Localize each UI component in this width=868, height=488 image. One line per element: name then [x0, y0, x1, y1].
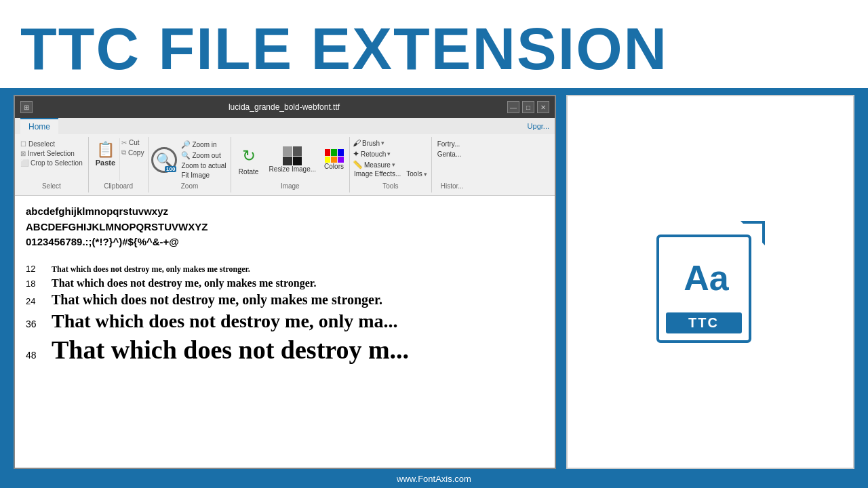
main-content: ⊞ lucida_grande_bold-webfont.ttf — □ ✕ H…	[0, 88, 868, 469]
invert-selection-button[interactable]: ⊠ Invert Selection	[19, 149, 84, 158]
zoom-actual-button[interactable]: Zoom to actual	[180, 161, 227, 170]
title-section: TTC FILE EXTENSION	[0, 12, 868, 88]
clipboard-label: Clipboard	[92, 181, 146, 191]
cut-button[interactable]: ✂ Cut	[120, 138, 145, 147]
file-corner-fold	[742, 224, 762, 244]
upgrade-text[interactable]: Upgr...	[528, 122, 549, 130]
retouch-button[interactable]: ✦ Retouch ▾	[353, 149, 429, 159]
file-extension-label: TTC	[666, 312, 742, 333]
crop-icon: ⬜	[20, 159, 28, 167]
zoom-buttons: 🔎 Zoom in 🔍 Zoom out Zoom to actual	[180, 140, 227, 180]
rotate-button[interactable]: ↻ Rotate	[234, 142, 264, 177]
ribbon-group-history: Fortry... Genta... Histor...	[432, 137, 473, 192]
paste-button[interactable]: 📋 Paste	[92, 138, 120, 181]
copy-button[interactable]: ⧉ Copy	[120, 148, 145, 157]
font-characters: abcdefghijklmnopqrstuvwxyz ABCDEFGHIJKLM…	[26, 204, 544, 250]
ribbon-group-tools: 🖌 Brush ▾ ✦ Retouch ▾ 📏 Measure ▾	[350, 137, 432, 192]
ttc-file-icon: Aa TTC	[656, 221, 765, 343]
right-panel: Aa TTC	[566, 95, 854, 469]
close-button[interactable]: ✕	[537, 101, 549, 113]
file-body: Aa TTC	[656, 235, 751, 343]
paste-icon: 📋	[96, 141, 115, 159]
measure-button[interactable]: 📏 Measure ▾	[353, 160, 429, 169]
file-font-letters: Aa	[659, 258, 754, 298]
copy-icon: ⧉	[121, 148, 126, 157]
select-label: Select	[18, 181, 85, 191]
zoom-in-icon: 🔎	[181, 140, 191, 149]
history-btn-1[interactable]: Fortry...	[436, 140, 469, 148]
cut-icon: ✂	[121, 139, 127, 146]
file-icon-wrapper: Aa TTC	[656, 221, 765, 343]
image-effects-button[interactable]: Image Effects...	[353, 169, 402, 178]
history-btn-2[interactable]: Genta...	[436, 150, 469, 159]
tools-dropdown-button[interactable]: Tools ▾	[405, 169, 428, 178]
deselect-icon: ☐	[20, 140, 26, 148]
font-samples: 12 That which does not destroy me, only …	[26, 264, 544, 365]
ribbon-tabs: Home Upgr...	[15, 118, 555, 134]
ribbon-group-clipboard: 📋 Paste ✂ Cut ⧉ Copy	[89, 137, 149, 192]
zoom-level: 100	[165, 166, 176, 172]
resize-button[interactable]: Resize Image...	[267, 145, 319, 174]
fit-image-button[interactable]: Fit Image	[180, 171, 227, 180]
font-viewer-panel: ⊞ lucida_grande_bold-webfont.ttf — □ ✕ H…	[14, 95, 556, 469]
image-label: Image	[234, 181, 347, 191]
brush-icon: 🖌	[353, 138, 361, 148]
font-sample-24: 24 That which does not destroy me, only …	[26, 292, 544, 308]
cut-copy-buttons: ✂ Cut ⧉ Copy	[120, 138, 145, 181]
font-sample-48: 48 That which does not destroy m...	[26, 335, 544, 365]
select-buttons: ☐ Deselect ⊠ Invert Selection ⬜ Crop to …	[18, 138, 85, 169]
ribbon-group-zoom: 🔍 100 🔎 Zoom in 🔍 Zoom out	[149, 137, 231, 192]
rotate-icon: ↻	[237, 144, 261, 168]
font-content: abcdefghijklmnopqrstuvwxyz ABCDEFGHIJKLM…	[15, 196, 555, 468]
window-title: lucida_grande_bold-webfont.ttf	[61, 102, 507, 112]
zoom-in-button[interactable]: 🔎 Zoom in	[180, 140, 227, 150]
zoom-magnifier[interactable]: 🔍 100	[151, 147, 177, 173]
crop-selection-button[interactable]: ⬜ Crop to Selection	[19, 159, 84, 167]
title-bar: ⊞ lucida_grande_bold-webfont.ttf — □ ✕	[15, 96, 555, 118]
tools-label: Tools	[353, 181, 429, 191]
minimize-button[interactable]: —	[507, 101, 519, 113]
zoom-out-icon: 🔍	[181, 151, 191, 160]
retouch-icon: ✦	[353, 149, 359, 159]
deselect-button[interactable]: ☐ Deselect	[19, 140, 84, 148]
sample-text-24: That which does not destroy me, only mak…	[52, 292, 382, 308]
zoom-out-button[interactable]: 🔍 Zoom out	[180, 150, 227, 161]
history-buttons: Fortry... Genta...	[435, 138, 470, 181]
top-white-bar	[0, 0, 868, 12]
ribbon-group-select: ☐ Deselect ⊠ Invert Selection ⬜ Crop to …	[15, 137, 89, 192]
window-controls: — □ ✕	[507, 101, 549, 113]
select-btn-group: ☐ Deselect ⊠ Invert Selection ⬜ Crop to …	[19, 140, 84, 167]
brush-button[interactable]: 🖌 Brush ▾	[353, 138, 429, 148]
colors-button[interactable]: Colors	[321, 148, 347, 171]
tools-buttons: 🖌 Brush ▾ ✦ Retouch ▾ 📏 Measure ▾	[353, 138, 429, 169]
font-sample-12: 12 That which does not destroy me, only …	[26, 264, 544, 274]
website-url: www.FontAxis.com	[397, 474, 471, 484]
numbers-symbols: 0123456789.:;(*!?}^)#${%^&-+@	[26, 235, 544, 250]
history-label: Histor...	[435, 181, 470, 191]
lowercase-chars: abcdefghijklmnopqrstuvwxyz	[26, 204, 544, 220]
ribbon: Home Upgr... ☐ Deselect	[15, 118, 555, 196]
ribbon-group-image: ↻ Rotate Resize Image...	[231, 137, 350, 192]
sample-text-36: That which does not destroy me, only ma.…	[52, 310, 398, 332]
resize-icon	[283, 146, 302, 165]
uppercase-chars: ABCDEFGHIJKLMNOPQRSTUVWXYZ	[26, 220, 544, 235]
measure-icon: 📏	[353, 160, 363, 169]
font-sample-36: 36 That which does not destroy me, only …	[26, 310, 544, 332]
sample-text-48: That which does not destroy m...	[52, 335, 409, 365]
sample-text-12: That which does not destroy me, only mak…	[52, 264, 250, 274]
page-title: TTC FILE EXTENSION	[20, 19, 668, 79]
colors-icon	[325, 149, 344, 163]
invert-icon: ⊠	[20, 150, 26, 157]
magnifier-icon: 🔍	[156, 152, 173, 168]
font-sample-18: 18 That which does not destroy me, only …	[26, 277, 544, 289]
ribbon-content: ☐ Deselect ⊠ Invert Selection ⬜ Crop to …	[15, 134, 555, 195]
upgrade-area: Upgr...	[528, 118, 549, 134]
bottom-bar: www.FontAxis.com	[0, 469, 868, 488]
maximize-button[interactable]: □	[522, 101, 534, 113]
tab-home[interactable]: Home	[20, 118, 58, 134]
sample-text-18: That which does not destroy me, only mak…	[52, 277, 316, 289]
title-btn-square[interactable]: ⊞	[20, 101, 33, 113]
zoom-label: Zoom	[151, 181, 227, 191]
